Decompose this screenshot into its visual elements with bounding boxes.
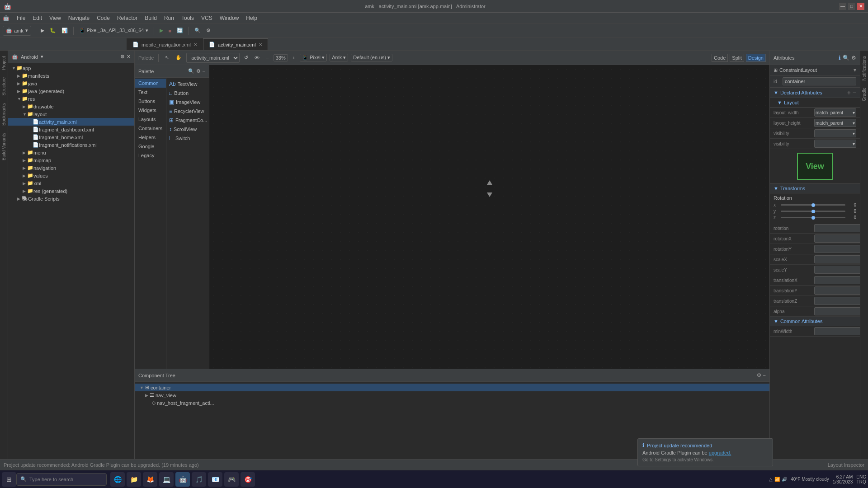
sync-button[interactable]: 🔄 — [175, 27, 185, 34]
palette-item-fragmentco[interactable]: ⊞ FragmentCo... — [166, 116, 209, 125]
menu-navigate[interactable]: Navigate — [65, 14, 93, 22]
palette-cat-common[interactable]: Common — [135, 79, 166, 88]
start-button[interactable]: ⊞ — [2, 472, 16, 487]
menu-file[interactable]: File — [13, 14, 29, 22]
tree-item-res-gen[interactable]: ▶ 📁 res (generated) — [8, 187, 134, 195]
maximize-button[interactable]: □ — [848, 3, 855, 10]
code-view-button[interactable]: Code — [712, 54, 728, 62]
menu-refactor[interactable]: Refactor — [113, 14, 141, 22]
design-btn-zoom-in[interactable]: + — [291, 54, 297, 61]
y-slider[interactable] — [781, 211, 845, 212]
tree-item-java-gen[interactable]: ▶ 📁 java (generated) — [8, 87, 134, 95]
layout-type-selector[interactable]: ⊞ ConstraintLayout ▾ — [774, 67, 856, 73]
device-selector[interactable]: 📱 Pixel_3a_API_33_x86_64 ▾ — [77, 27, 150, 34]
tree-item-navigation[interactable]: ▶ 📁 navigation — [8, 164, 134, 172]
scaley-input[interactable] — [814, 266, 860, 274]
palette-item-recyclerview[interactable]: ≡ RecyclerView — [166, 107, 209, 116]
stop-button[interactable]: ■ — [167, 27, 174, 34]
taskbar-app-4[interactable]: 💻 — [159, 472, 174, 487]
datetime-area[interactable]: 6:27 AM 1/30/2023 — [833, 474, 853, 484]
layout-section-header[interactable]: ▼ Layout — [770, 98, 860, 108]
tab-close-inactive[interactable]: ✕ — [193, 42, 197, 47]
add-declared-btn[interactable]: + — [847, 89, 851, 96]
taskbar-search[interactable]: 🔍 Type here to search — [16, 473, 107, 486]
search-button[interactable]: 🔍 — [193, 27, 203, 34]
minus-icon-tree[interactable]: − — [763, 372, 766, 378]
file-selector[interactable]: activity_main.xml — [186, 53, 240, 63]
design-btn-refresh[interactable]: ↺ — [242, 54, 250, 61]
close-button[interactable]: ✕ — [857, 3, 864, 10]
scalex-input[interactable] — [814, 255, 860, 263]
panel-gradle[interactable]: Gradle — [861, 84, 868, 105]
menu-edit[interactable]: Edit — [29, 14, 46, 22]
palette-cat-buttons[interactable]: Buttons — [135, 97, 166, 106]
taskbar-app-8[interactable]: 🎯 — [241, 472, 255, 487]
taskbar-app-2[interactable]: 📁 — [127, 472, 141, 487]
design-btn-zoom-out[interactable]: − — [264, 54, 270, 61]
x-slider[interactable] — [781, 204, 845, 206]
rotation-input[interactable] — [814, 224, 860, 232]
id-input[interactable] — [783, 77, 856, 85]
tree-item-java[interactable]: ▶ 📁 java — [8, 80, 134, 87]
tab-close-active[interactable]: ✕ — [259, 42, 262, 47]
palette-item-scrollview[interactable]: ↕ ScrollView — [166, 125, 209, 134]
menu-code[interactable]: Code — [93, 14, 113, 22]
tree-item-app[interactable]: ▼ 📁 app — [8, 64, 134, 72]
tree-item-manifests[interactable]: ▶ 📁 manifests — [8, 72, 134, 80]
tab-mobile-navigation[interactable]: 📄 mobile_navigation.xml ✕ — [127, 38, 203, 50]
debug-button[interactable]: 🐛 — [48, 27, 58, 34]
comp-item-nav-host[interactable]: ◇ nav_host_fragment_acti... — [135, 399, 769, 407]
tree-item-drawable[interactable]: ▶ 📁 drawable — [8, 103, 134, 110]
comp-item-container[interactable]: ▼ ⊞ container — [135, 384, 769, 391]
device-selector-design[interactable]: 📱 Pixel ▾ — [300, 54, 327, 61]
tree-item-fragment-home[interactable]: 📄 fragment_home.xml — [8, 133, 134, 141]
menu-vcs[interactable]: VCS — [198, 14, 216, 22]
palette-cat-widgets[interactable]: Widgets — [135, 106, 166, 115]
remove-declared-btn[interactable]: − — [853, 89, 856, 96]
palette-cat-text[interactable]: Text — [135, 88, 166, 97]
sdk-selector[interactable]: Amk ▾ — [330, 54, 348, 61]
minus-icon-palette[interactable]: − — [203, 68, 205, 74]
project-dropdown[interactable]: 🤖 amk ▾ — [3, 26, 31, 36]
palette-cat-google[interactable]: Google — [135, 142, 166, 151]
profile-button[interactable]: 📊 — [60, 27, 70, 34]
panel-notifications[interactable]: Notifications — [861, 52, 868, 84]
settings-icon-tree[interactable]: ⚙ — [757, 372, 761, 378]
common-section-header[interactable]: ▼ Common Attributes — [770, 317, 860, 326]
menu-window[interactable]: Window — [216, 14, 243, 22]
palette-item-button[interactable]: □ Button — [166, 89, 209, 98]
palette-cat-legacy[interactable]: Legacy — [135, 151, 166, 160]
panel-bookmarks[interactable]: Bookmarks — [0, 99, 7, 129]
transforms-section-header[interactable]: ▼ Transforms — [770, 184, 860, 193]
search-icon-palette[interactable]: 🔍 — [188, 68, 194, 74]
close-icon[interactable]: ✕ — [127, 54, 131, 60]
tree-item-xml[interactable]: ▶ 📁 xml — [8, 179, 134, 187]
panel-build-variants[interactable]: Build Variants — [0, 129, 7, 164]
palette-cat-containers[interactable]: Containers — [135, 124, 166, 133]
tab-activity-main[interactable]: 📄 activity_main.xml ✕ — [203, 38, 268, 50]
taskbar-app-7[interactable]: 🎮 — [224, 472, 239, 487]
search-icon-attr[interactable]: 🔍 — [843, 55, 849, 61]
menu-help[interactable]: Help — [242, 14, 261, 22]
design-btn-select[interactable]: ↖ — [163, 54, 171, 61]
minwidth-input[interactable] — [814, 327, 860, 335]
panel-structure[interactable]: Structure — [0, 74, 7, 99]
settings-icon-attr[interactable]: ⚙ — [851, 55, 856, 61]
menu-view[interactable]: View — [46, 14, 65, 22]
menu-build[interactable]: Build — [141, 14, 160, 22]
panel-project[interactable]: Project — [0, 52, 7, 74]
design-btn-preview[interactable]: 👁 — [253, 54, 261, 61]
tree-item-fragment-dashboard[interactable]: 📄 fragment_dashboard.xml — [8, 126, 134, 133]
rotationy-input[interactable] — [814, 245, 860, 253]
taskbar-app-6[interactable]: 📧 — [208, 472, 222, 487]
comp-item-nav-view[interactable]: ▶ ☰ nav_view — [135, 391, 769, 399]
visibility-value[interactable]: ▾ — [814, 129, 856, 137]
tree-item-fragment-notif[interactable]: 📄 fragment_notifications.xml — [8, 141, 134, 149]
settings-icon-palette[interactable]: ⚙ — [196, 68, 201, 74]
translationx-input[interactable] — [814, 276, 860, 284]
taskbar-app-5[interactable]: 🎵 — [192, 472, 206, 487]
tree-item-gradle[interactable]: ▶ 🐘 Gradle Scripts — [8, 195, 134, 202]
rotationx-input[interactable] — [814, 235, 860, 243]
menu-run[interactable]: Run — [160, 14, 178, 22]
design-view-button[interactable]: Design — [746, 54, 766, 62]
